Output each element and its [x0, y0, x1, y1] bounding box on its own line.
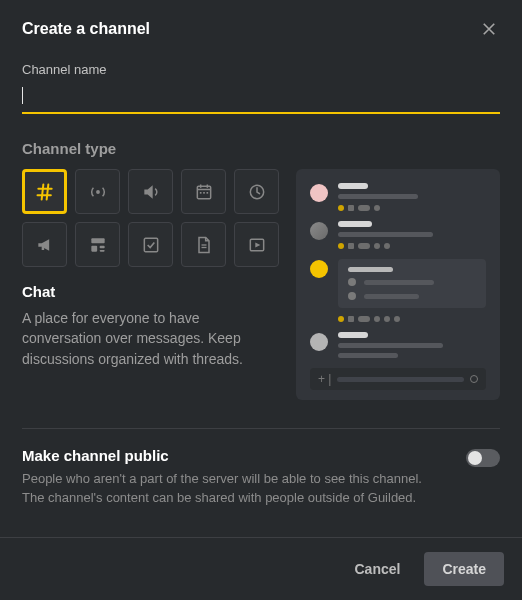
emoji-icon: [470, 375, 478, 383]
modal-body: Channel name Channel type: [0, 56, 522, 537]
svg-rect-12: [99, 250, 104, 252]
svg-rect-6: [203, 192, 205, 194]
preview-composer: + |: [310, 368, 486, 390]
play-icon: [247, 235, 267, 255]
megaphone-icon: [35, 235, 55, 255]
type-announcements[interactable]: [22, 222, 67, 267]
document-icon: [194, 235, 214, 255]
svg-rect-5: [199, 192, 201, 194]
close-button[interactable]: [476, 16, 502, 42]
modal-title: Create a channel: [22, 20, 150, 38]
public-title: Make channel public: [22, 447, 442, 464]
broadcast-icon: [88, 182, 108, 202]
layout-icon: [88, 235, 108, 255]
svg-rect-10: [91, 245, 97, 251]
preview-thread: [338, 259, 486, 308]
hash-icon: [35, 182, 55, 202]
selected-type-desc: A place for everyone to have conversatio…: [22, 308, 282, 369]
toggle-knob: [468, 451, 482, 465]
checkbox-icon: [141, 235, 161, 255]
type-scheduling[interactable]: [234, 169, 279, 214]
channel-type-label: Channel type: [22, 140, 500, 157]
svg-rect-11: [99, 245, 104, 248]
avatar: [310, 184, 328, 202]
type-stream[interactable]: [128, 169, 173, 214]
selected-type-name: Chat: [22, 283, 282, 300]
create-channel-modal: Create a channel Channel name Channel ty…: [0, 0, 522, 600]
svg-rect-7: [206, 192, 208, 194]
type-calendar[interactable]: [181, 169, 226, 214]
avatar: [310, 333, 328, 351]
type-forums[interactable]: [75, 222, 120, 267]
channel-name-label: Channel name: [22, 62, 500, 77]
public-setting: Make channel public People who aren't a …: [22, 447, 500, 508]
channel-name-input[interactable]: [22, 83, 500, 114]
modal-header: Create a channel: [0, 0, 522, 56]
chat-preview: + |: [296, 169, 500, 400]
public-desc: People who aren't a part of the server w…: [22, 470, 442, 508]
volume-icon: [141, 182, 161, 202]
type-list[interactable]: [128, 222, 173, 267]
channel-type-row: Chat A place for everyone to have conver…: [22, 169, 500, 400]
cancel-button[interactable]: Cancel: [336, 552, 418, 586]
avatar: [310, 260, 328, 278]
plus-icon: + |: [318, 372, 331, 386]
text-cursor: [22, 87, 23, 104]
channel-name-field-wrap: [22, 83, 500, 114]
preview-message: [310, 183, 486, 211]
svg-rect-9: [91, 238, 104, 243]
svg-point-0: [96, 190, 100, 194]
type-docs[interactable]: [181, 222, 226, 267]
divider: [22, 428, 500, 429]
avatar: [310, 222, 328, 240]
channel-type-grid: [22, 169, 282, 267]
svg-rect-13: [144, 238, 157, 251]
calendar-icon: [194, 182, 214, 202]
type-voice[interactable]: [75, 169, 120, 214]
clock-icon: [247, 182, 267, 202]
modal-footer: Cancel Create: [0, 537, 522, 600]
preview-message: [310, 259, 486, 322]
type-media[interactable]: [234, 222, 279, 267]
preview-message: [310, 221, 486, 249]
type-chat[interactable]: [22, 169, 67, 214]
public-toggle[interactable]: [466, 449, 500, 467]
preview-message: [310, 332, 486, 358]
close-icon: [480, 20, 498, 38]
create-button[interactable]: Create: [424, 552, 504, 586]
